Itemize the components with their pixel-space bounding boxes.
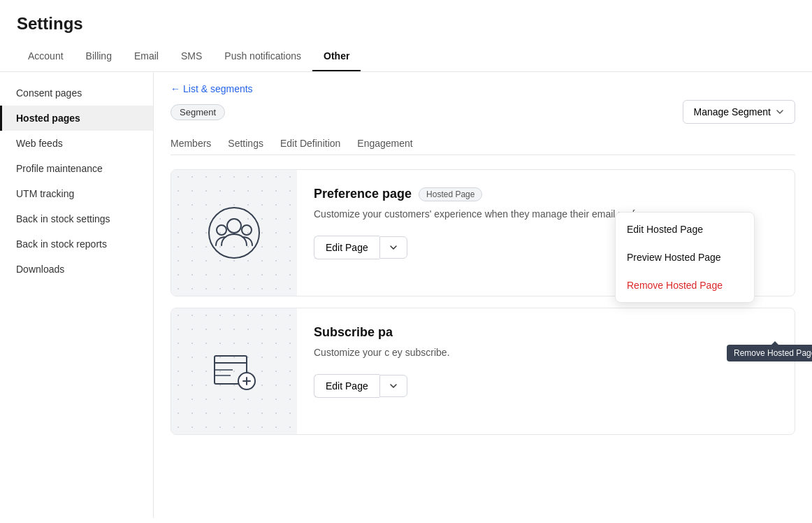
sub-nav: Members Settings Edit Definition Engagem… xyxy=(171,132,795,155)
card-subscribe-page: Subscribe pa Customize your c ey subscri… xyxy=(171,308,795,435)
tooltip-remove-hosted-page: Remove Hosted Page xyxy=(727,345,812,361)
card-title-preference: Preference page xyxy=(314,187,412,201)
page-title: Settings xyxy=(0,0,812,42)
manage-segment-button[interactable]: Manage Segment xyxy=(683,100,795,124)
card-image-subscribe xyxy=(171,308,297,434)
card-title-row-subscribe: Subscribe pa xyxy=(314,325,778,340)
group-icon xyxy=(206,205,262,261)
card-actions-subscribe: Edit Page xyxy=(314,374,778,398)
sub-nav-members[interactable]: Members xyxy=(171,132,211,155)
breadcrumb-link-label: List & segments xyxy=(183,83,253,94)
card-badge-preference: Hosted Page xyxy=(419,187,482,201)
segment-header: Segment Manage Segment xyxy=(171,100,795,132)
top-nav: Account Billing Email SMS Push notificat… xyxy=(0,42,812,72)
sidebar-item-web-feeds[interactable]: Web feeds xyxy=(0,131,153,156)
dropdown-chevron-icon-2 xyxy=(389,381,398,391)
card-title-subscribe: Subscribe pa xyxy=(314,325,393,340)
edit-page-button-preference[interactable]: Edit Page xyxy=(314,236,379,259)
sidebar-item-back-in-stock-settings[interactable]: Back in stock settings xyxy=(0,206,153,231)
breadcrumb: ← List & segments xyxy=(171,72,795,100)
dropdown-menu: Edit Hosted Page Preview Hosted Page Rem… xyxy=(615,212,755,303)
edit-page-button-subscribe[interactable]: Edit Page xyxy=(314,374,379,398)
sidebar-item-back-in-stock-reports[interactable]: Back in stock reports xyxy=(0,231,153,257)
svg-point-3 xyxy=(242,225,252,235)
dropdown-chevron-icon xyxy=(389,243,398,252)
sidebar-item-hosted-pages[interactable]: Hosted pages xyxy=(0,106,153,131)
chevron-down-icon xyxy=(775,107,785,117)
nav-item-billing[interactable]: Billing xyxy=(75,42,123,71)
sidebar-item-consent-pages[interactable]: Consent pages xyxy=(0,80,153,106)
sub-nav-engagement[interactable]: Engagement xyxy=(357,132,412,155)
breadcrumb-link[interactable]: ← List & segments xyxy=(171,83,253,94)
sub-nav-settings[interactable]: Settings xyxy=(228,132,263,155)
dropdown-toggle-subscribe[interactable] xyxy=(379,375,407,397)
card-title-row-preference: Preference page Hosted Page xyxy=(314,187,778,201)
nav-item-email[interactable]: Email xyxy=(123,42,170,71)
card-desc-subscribe: Customize your c ey subscribe. xyxy=(314,345,778,360)
card-image-preference xyxy=(171,170,297,296)
dropdown-item-remove-hosted-page[interactable]: Remove Hosted Page xyxy=(616,271,754,299)
dropdown-item-edit-hosted-page[interactable]: Edit Hosted Page xyxy=(616,215,754,243)
subscribe-icon xyxy=(206,343,262,399)
dropdown-toggle-preference[interactable] xyxy=(379,236,407,259)
sidebar-item-utm-tracking[interactable]: UTM tracking xyxy=(0,181,153,206)
segment-badge: Segment xyxy=(171,104,225,120)
main-content: ← List & segments Segment Manage Segment… xyxy=(154,72,812,518)
svg-point-1 xyxy=(227,219,241,233)
back-arrow-icon: ← xyxy=(171,83,180,94)
nav-item-push[interactable]: Push notifications xyxy=(213,42,312,71)
card-body-subscribe: Subscribe pa Customize your c ey subscri… xyxy=(297,308,795,434)
nav-item-sms[interactable]: SMS xyxy=(170,42,213,71)
nav-item-other[interactable]: Other xyxy=(312,42,361,71)
dropdown-item-preview-hosted-page[interactable]: Preview Hosted Page xyxy=(616,243,754,271)
sub-nav-edit-definition[interactable]: Edit Definition xyxy=(280,132,340,155)
sidebar-item-downloads[interactable]: Downloads xyxy=(0,257,153,282)
svg-point-2 xyxy=(217,225,226,235)
manage-segment-label: Manage Segment xyxy=(693,106,771,117)
nav-item-account[interactable]: Account xyxy=(17,42,75,71)
sidebar: Consent pages Hosted pages Web feeds Pro… xyxy=(0,72,154,518)
sidebar-item-profile-maintenance[interactable]: Profile maintenance xyxy=(0,156,153,181)
